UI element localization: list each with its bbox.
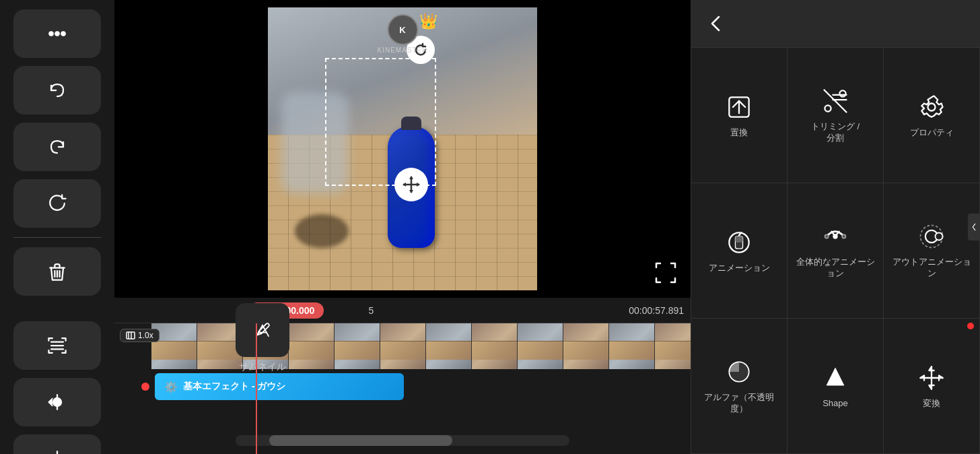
svg-line-20 [259, 331, 262, 334]
layers-button[interactable] [13, 321, 101, 370]
thumbnail-box[interactable] [236, 303, 289, 357]
svg-point-28 [928, 103, 936, 110]
video-area: K KINEMASTER 👑 [114, 0, 691, 298]
delete-button[interactable] [13, 247, 101, 296]
film-frame [289, 323, 335, 369]
panel-item-transform[interactable]: 変換 [884, 319, 979, 453]
refresh-button[interactable] [13, 179, 101, 228]
kinemaster-logo: K [387, 14, 418, 45]
panel-item-out-animation[interactable]: アウトアニメーション [884, 183, 979, 318]
svg-point-24 [825, 106, 831, 112]
panel-item-overall-animation-label: 全体的なアニメーション [793, 257, 878, 280]
selection-box[interactable] [325, 58, 436, 186]
panel-item-overall-animation[interactable]: 全体的なアニメーション [788, 183, 883, 318]
svg-line-23 [825, 90, 847, 112]
svg-point-35 [825, 234, 829, 238]
main-content: K KINEMASTER 👑 [114, 0, 691, 454]
panel-item-out-animation-label: アウトアニメーション [889, 257, 974, 280]
snap-end-button[interactable] [13, 434, 101, 454]
svg-point-36 [842, 234, 846, 238]
svg-point-39 [936, 233, 943, 240]
panel-item-replace-label: 置換 [730, 127, 748, 139]
panel-item-trim-label: トリミング / 分割 [811, 121, 860, 144]
video-track-row: 1.0x [114, 323, 691, 369]
film-frame [655, 323, 691, 369]
film-frame [472, 323, 518, 369]
panel-item-alpha-label: アルファ（不透明度） [697, 392, 781, 415]
shadow-object [295, 214, 349, 248]
watermark: K KINEMASTER [377, 14, 427, 54]
effect-track-row: ⚙️ 基本エフェクト - ガウシ [114, 369, 691, 404]
playhead[interactable] [256, 323, 257, 454]
panel-item-properties-label: プロパティ [910, 127, 954, 139]
film-frame [426, 323, 472, 369]
redo-button[interactable] [13, 123, 101, 171]
panel-item-trim[interactable]: トリミング / 分割 [788, 48, 883, 183]
film-frame [335, 323, 380, 369]
panel-grid: 置換 トリミング / 分割 プロパティ [691, 47, 980, 454]
effect-icon: ⚙️ [164, 381, 178, 393]
panel-item-properties[interactable]: プロパティ [884, 48, 979, 183]
snap-start-button[interactable] [13, 378, 101, 426]
svg-rect-31 [736, 236, 743, 242]
speed-badge: 1.0x [120, 329, 160, 342]
mid-marker: 5 [368, 305, 374, 316]
timeline-scrollbar[interactable] [236, 435, 569, 446]
back-button[interactable] [701, 9, 731, 38]
watermark-label: KINEMASTER [377, 46, 427, 54]
film-frame [563, 323, 609, 369]
panel-item-animation-label: アニメーション [709, 263, 770, 274]
svg-marker-41 [827, 368, 844, 385]
transform-notification-dot [967, 323, 974, 329]
svg-point-2 [61, 32, 65, 35]
right-panel-header [691, 0, 980, 47]
sidebar-top [0, 7, 114, 305]
panel-item-replace[interactable]: 置換 [691, 48, 787, 183]
timeline-scrollbar-thumb[interactable] [269, 435, 453, 446]
right-edge-toggle[interactable] [968, 214, 980, 240]
more-button[interactable] [13, 9, 101, 58]
left-sidebar [0, 0, 114, 454]
film-frame [609, 323, 655, 369]
panel-item-animation[interactable]: アニメーション [691, 183, 787, 318]
panel-item-alpha[interactable]: アルファ（不透明度） [691, 319, 787, 453]
film-frame [518, 323, 563, 369]
thumbnail-section: サムネイル [236, 303, 289, 373]
svg-point-25 [839, 91, 845, 97]
video-preview: K KINEMASTER 👑 [268, 7, 537, 290]
right-panel: 置換 トリミング / 分割 プロパティ [691, 0, 980, 454]
thumbnail-label: サムネイル [239, 361, 286, 373]
filmstrip [151, 323, 691, 369]
effect-bar[interactable]: ⚙️ 基本エフェクト - ガウシ [155, 373, 404, 400]
undo-button[interactable] [13, 66, 101, 115]
film-frame [380, 323, 426, 369]
panel-item-shape-label: Shape [823, 398, 848, 410]
timeline-area: 00:00:00.000 5 00:00:57.891 1.0x [114, 298, 691, 454]
svg-point-0 [49, 32, 53, 35]
sidebar-bottom [0, 319, 114, 454]
move-handle[interactable] [394, 168, 428, 201]
svg-point-1 [55, 32, 59, 35]
sidebar-divider [13, 237, 101, 238]
svg-point-34 [833, 234, 837, 238]
effect-label: 基本エフェクト - ガウシ [183, 381, 285, 393]
end-timecode: 00:00:57.891 [629, 305, 684, 316]
timeline-tracks: 1.0x [114, 323, 691, 454]
fullscreen-button[interactable] [651, 258, 680, 288]
panel-item-transform-label: 変換 [923, 398, 940, 410]
svg-rect-16 [127, 332, 135, 339]
timeline-header: 00:00:00.000 5 00:00:57.891 [114, 298, 691, 323]
panel-item-shape[interactable]: Shape [788, 319, 883, 453]
effect-record-dot [141, 383, 149, 391]
